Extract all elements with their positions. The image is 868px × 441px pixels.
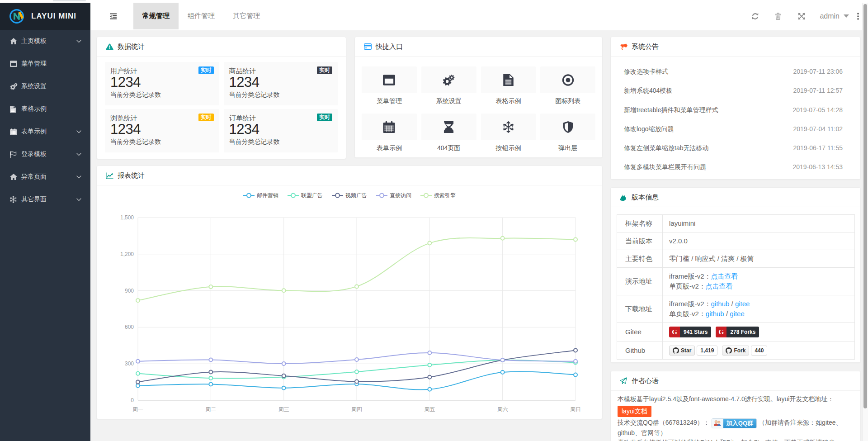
stat-card-badge: 实时 — [198, 114, 214, 121]
quick-entry-grid: 菜单管理 系统设置 表格示例 图标列表 表单示例 404页面 按钮示例 弹出层 — [362, 66, 595, 152]
quick-entry-box — [362, 66, 417, 93]
quick-entry-label: 系统设置 — [421, 97, 476, 105]
stat-card-badge: 实时 — [317, 66, 332, 74]
svg-text:周四: 周四 — [351, 406, 362, 413]
line-chart[interactable]: 03006009001,2001,500周一周二周三周四周五周六周日 — [97, 166, 603, 420]
version-row-value: Star 1,419Fork 440 — [663, 341, 855, 360]
notice-item[interactable]: 修改logo缩放问题 2019-07-04 11:02 — [624, 119, 843, 138]
stat-card-value: 1234 — [229, 76, 333, 89]
notice-item[interactable]: 修复多模块菜单栏展开有问题 2019-06-13 14:53 — [624, 157, 843, 176]
octocat-icon — [726, 347, 732, 354]
tab-其它管理[interactable]: 其它管理 — [224, 3, 269, 29]
github-count[interactable]: 440 — [751, 346, 767, 356]
github-Fork-button[interactable]: Fork — [722, 346, 749, 356]
quick-entry-404页面[interactable]: 404页面 — [421, 114, 476, 152]
sidebar-item-登录模板[interactable]: 登录模板 — [0, 143, 90, 166]
svg-text:1,500: 1,500 — [120, 214, 134, 221]
tab-常规管理[interactable]: 常规管理 — [133, 3, 179, 29]
quick-entry-label: 表格示例 — [481, 97, 536, 105]
sidebar-collapse-button[interactable] — [106, 3, 120, 29]
quick-entry-弹出层[interactable]: 弹出层 — [540, 114, 595, 152]
github-Star-button[interactable]: Star — [669, 346, 695, 356]
notice-item[interactable]: 新增treetable插件和菜单管理样式 2019-07-05 14:28 — [624, 100, 843, 119]
quick-entry-表格示例[interactable]: 表格示例 — [481, 66, 536, 105]
version-link-line: iframe版-v2：github / gitee — [669, 299, 848, 309]
panel-title: 系统公告 — [632, 43, 659, 51]
file-text-icon — [502, 74, 514, 86]
chevron-down-icon — [76, 153, 81, 156]
stat-card-浏览统计: 浏览统计 实时 1234 当前分类总记录数 — [105, 109, 219, 152]
link-github[interactable]: github — [711, 300, 730, 308]
link-github[interactable]: github — [706, 310, 724, 318]
cogs-icon — [443, 74, 455, 86]
outdent-icon — [110, 13, 117, 19]
gitee-badge[interactable]: G941 Stars — [669, 327, 711, 337]
window-icon — [383, 74, 395, 86]
kebab-icon — [857, 13, 859, 20]
quick-entry-表单示例[interactable]: 表单示例 — [362, 114, 417, 152]
logo[interactable]: LAYUI MINI — [0, 3, 90, 30]
window-icon — [10, 61, 17, 67]
scrollbar-thumb[interactable] — [863, 4, 867, 408]
layui-logo-icon — [9, 9, 24, 24]
refresh-icon — [751, 13, 759, 20]
snowflake-icon — [502, 121, 514, 133]
sidebar-item-表格示例[interactable]: 表格示例 — [0, 98, 90, 120]
stat-card-caption: 当前分类总记录数 — [110, 138, 214, 146]
tab-组件管理[interactable]: 组件管理 — [179, 3, 224, 29]
svg-text:300: 300 — [125, 360, 134, 367]
sidebar-item-菜单管理[interactable]: 菜单管理 — [0, 52, 90, 75]
notice-text: 修复左侧菜单缩放tab无法移动 — [624, 138, 708, 157]
version-row-Github: GithubStar 1,419Fork 440 — [617, 341, 855, 360]
sidebar-item-其它界面[interactable]: 其它界面 — [0, 188, 90, 211]
link-点击查看[interactable]: 点击查看 — [711, 272, 738, 280]
version-row-label: 下载地址 — [617, 295, 663, 323]
version-row-框架名称: 框架名称layuimini — [617, 215, 855, 232]
sidebar-item-系统设置[interactable]: 系统设置 — [0, 75, 90, 98]
author-qq-line: 技术交流QQ群（667813249）： 加入QQ群（加群请备注来源：如gitee… — [618, 418, 854, 438]
quick-entry-系统设置[interactable]: 系统设置 — [421, 66, 476, 105]
github-count[interactable]: 1,419 — [697, 346, 717, 356]
quick-entry-box — [362, 114, 417, 140]
svg-text:周二: 周二 — [205, 406, 216, 413]
gitee-badge[interactable]: G278 Forks — [716, 327, 759, 337]
header: 常规管理组件管理其它管理 admin — [90, 3, 868, 30]
join-qq-group-button[interactable]: 加入QQ群 — [712, 418, 757, 428]
quick-entry-图标列表[interactable]: 图标列表 — [540, 66, 595, 105]
cogs-icon — [10, 83, 17, 90]
credit-card-icon — [364, 43, 372, 50]
page-scrollbar[interactable] — [862, 3, 868, 441]
layui-doc-button[interactable]: layui文档 — [618, 406, 651, 417]
link-gitee[interactable]: gitee — [730, 310, 745, 318]
panel-title: 版本信息 — [632, 193, 659, 202]
notice-item[interactable]: 新增系统404模板 2019-07-11 12:57 — [624, 81, 843, 100]
user-menu[interactable]: admin — [820, 3, 849, 29]
version-row-label: 演示地址 — [617, 268, 663, 295]
sidebar-item-label: 表格示例 — [21, 105, 47, 113]
sidebar-item-主页模板[interactable]: 主页模板 — [0, 30, 90, 52]
quick-entry-菜单管理[interactable]: 菜单管理 — [362, 66, 417, 105]
version-row-label: 主要特色 — [617, 250, 663, 268]
quick-entry-按钮示例[interactable]: 按钮示例 — [481, 114, 536, 152]
notice-item[interactable]: 修复左侧菜单缩放tab无法移动 2019-06-17 11:55 — [624, 138, 843, 157]
notice-item[interactable]: 修改选项卡样式 2019-07-11 23:06 — [624, 62, 843, 81]
quick-entry-box — [421, 114, 476, 140]
gitee-logo-icon: G — [669, 327, 680, 337]
notice-text: 修改选项卡样式 — [624, 62, 668, 81]
link-点击查看[interactable]: 点击查看 — [706, 282, 733, 290]
github-button-label: Star — [681, 346, 691, 356]
gitee-badge-text: 941 Stars — [680, 327, 711, 337]
notice-list: 修改选项卡样式 2019-07-11 23:06新增系统404模板 2019-0… — [611, 57, 860, 177]
author-doc-line: layui文档 — [618, 404, 854, 418]
sidebar-item-label: 主页模板 — [21, 37, 47, 45]
clear-cache-button[interactable] — [770, 3, 786, 29]
stat-card-订单统计: 订单统计 实时 1234 当前分类总记录数 — [224, 109, 338, 152]
panel-data-stats: 数据统计 用户统计 实时 1234 当前分类总记录数 商品统计 实时 1234 … — [96, 37, 346, 159]
flag-icon — [10, 151, 17, 158]
link-gitee[interactable]: gitee — [735, 300, 750, 308]
refresh-button[interactable] — [747, 3, 763, 29]
chevron-down-icon — [76, 40, 81, 43]
fullscreen-button[interactable] — [794, 3, 809, 29]
sidebar-item-表单示例[interactable]: 表单示例 — [0, 120, 90, 143]
sidebar-item-异常页面[interactable]: 异常页面 — [0, 166, 90, 188]
